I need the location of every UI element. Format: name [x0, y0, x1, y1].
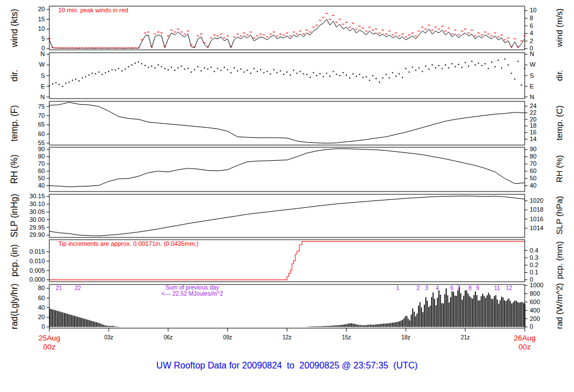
- rad-bar: [433, 292, 434, 327]
- pcp-ytick-left: 0.010: [29, 258, 45, 264]
- rad-hour-mark: 12: [506, 285, 512, 291]
- dir-dot: [339, 75, 340, 76]
- rad-right-axis-title: rad (W/m^2): [554, 267, 564, 346]
- dir-dot: [448, 67, 450, 68]
- rad-bar: [357, 325, 358, 327]
- dir-dot: [267, 71, 268, 72]
- dir-dot: [52, 83, 53, 85]
- rad-bar: [355, 324, 357, 327]
- wind-peak-note: 10 min. peak winds in red: [58, 7, 128, 13]
- dir-dot: [379, 82, 380, 83]
- rad-bar: [427, 301, 428, 327]
- rad-bar: [363, 325, 364, 327]
- dir-dot: [174, 69, 175, 71]
- dir-dot: [187, 68, 188, 69]
- dir-dot: [409, 72, 410, 73]
- rad-bar: [389, 323, 390, 327]
- xtick-label: 09z: [223, 334, 232, 340]
- dir-dot: [85, 76, 86, 77]
- dir-dot: [78, 81, 80, 82]
- temp-ytick-left: 75: [38, 103, 45, 110]
- rad-bar: [520, 302, 521, 327]
- dir-dot: [194, 69, 195, 70]
- dir-dot: [112, 69, 113, 70]
- rad-bar: [109, 326, 110, 327]
- rad-bar: [405, 316, 406, 327]
- rad-bar: [49, 309, 50, 327]
- rad-bar: [64, 313, 65, 327]
- rad-bar: [367, 325, 368, 327]
- dir-dot: [402, 77, 403, 78]
- rad-bar: [316, 326, 317, 327]
- meteogram-page: 051015200246810NWSENNWSEN556065707514161…: [0, 0, 574, 392]
- rad-bar: [364, 325, 365, 327]
- rh-ytick-right: 40: [530, 182, 536, 189]
- rad-bar: [459, 287, 460, 327]
- rad-bar: [332, 325, 333, 326]
- rad-ytick-left: 60: [38, 295, 45, 301]
- rad-bar: [443, 304, 444, 327]
- dir-dot: [217, 68, 218, 69]
- dir-dot: [428, 68, 429, 69]
- rad-bar: [494, 296, 495, 327]
- rad-bar: [102, 324, 103, 327]
- rad-bar: [394, 323, 395, 327]
- pcp-ytick-left: 0.015: [29, 248, 45, 255]
- rad-bar: [474, 295, 475, 327]
- dir-dot: [293, 69, 294, 71]
- dir-dot: [89, 74, 90, 76]
- dir-dot: [504, 58, 506, 59]
- dir-dot: [346, 74, 347, 76]
- dir-ytick-left: E: [41, 83, 45, 90]
- dir-dot: [475, 64, 476, 66]
- rad-bar: [475, 291, 476, 327]
- rad-bar: [507, 300, 508, 327]
- rad-bar: [466, 290, 467, 326]
- rad-bar: [513, 302, 514, 327]
- rad-bar: [501, 297, 502, 327]
- rad-bar: [446, 288, 447, 327]
- panel-temp: 5560657075141618202224: [38, 101, 537, 146]
- rad-bar: [467, 293, 469, 327]
- rad-bar: [54, 310, 55, 327]
- dir-dot: [141, 63, 142, 64]
- dir-dot: [247, 69, 248, 71]
- rad-bar: [61, 312, 62, 327]
- panel-rh: 405060708090405060708090: [38, 146, 537, 192]
- rad-bar: [66, 314, 67, 327]
- rad-bar: [93, 321, 94, 327]
- dir-dot: [498, 60, 499, 61]
- slp-ytick-left: 30.00: [29, 216, 45, 223]
- dir-dot: [432, 64, 433, 66]
- dir-dot: [237, 71, 238, 72]
- dir-dot: [124, 68, 126, 69]
- rad-bar: [370, 325, 371, 327]
- rad-bar: [335, 325, 336, 327]
- dir-dot: [184, 68, 185, 69]
- dir-dot: [478, 63, 479, 64]
- time-axis: 03z06z09z12z15z18z21z: [49, 328, 525, 340]
- rad-bar: [360, 325, 361, 326]
- rad-bar: [447, 295, 448, 326]
- rad-bar: [51, 309, 52, 327]
- rad-bar: [103, 325, 104, 327]
- dir-dot: [181, 66, 182, 67]
- rad-bar: [416, 314, 418, 327]
- dir-dot: [161, 66, 162, 67]
- temp-ytick-right: 24: [530, 102, 536, 109]
- rad-bar: [91, 321, 92, 327]
- rad-bar: [510, 301, 511, 327]
- rad-bar: [89, 320, 90, 327]
- dir-dot: [316, 75, 317, 76]
- rad-bar: [336, 325, 337, 327]
- rad-bar: [322, 326, 323, 327]
- rad-bar: [323, 326, 325, 327]
- rad-bar: [312, 326, 313, 327]
- dir-dot: [481, 65, 482, 66]
- rad-bar: [339, 325, 340, 327]
- rh-ytick-right: 80: [530, 153, 536, 160]
- rad-bar: [392, 323, 393, 327]
- rad-bar: [331, 326, 332, 327]
- dir-dot: [362, 77, 363, 78]
- pcp-ytick-right: 0.2: [530, 262, 538, 268]
